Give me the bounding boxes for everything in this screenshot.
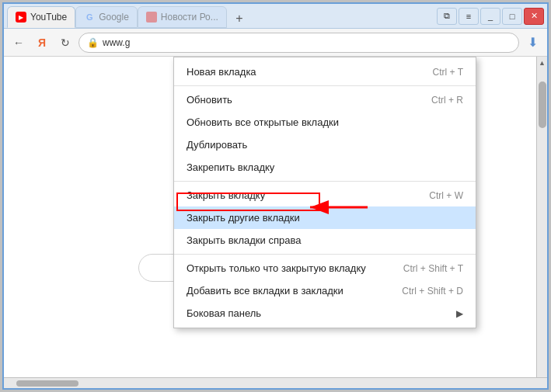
menu-item-add-bookmarks[interactable]: Добавить все вкладки в закладки Ctrl + S… xyxy=(174,279,476,302)
google-icon: G xyxy=(84,12,95,23)
menu-reopen-shortcut: Ctrl + Shift + T xyxy=(403,263,463,274)
menu-add-bookmarks-label: Добавить все вкладки в закладки xyxy=(187,285,378,297)
menu-pin-label: Закрепить вкладку xyxy=(187,161,463,173)
menu-close-tab-shortcut: Ctrl + W xyxy=(429,190,463,201)
main-area: Google ▲ Новая вкладка Ctrl + T Обновить… xyxy=(4,57,547,377)
menu-separator-2 xyxy=(174,181,476,182)
close-button[interactable]: ✕ xyxy=(524,8,544,25)
menu-item-refresh[interactable]: Обновить Ctrl + R xyxy=(174,88,476,111)
menu-close-tab-label: Закрыть вкладку xyxy=(187,189,406,201)
menu-new-tab-shortcut: Ctrl + T xyxy=(433,67,463,78)
back-button[interactable]: ← xyxy=(9,33,29,53)
menu-item-sidebar[interactable]: Боковая панель ▶ xyxy=(174,302,476,324)
restore-down-button[interactable]: ⧉ xyxy=(437,8,457,25)
yandex-button[interactable]: Я xyxy=(32,33,52,53)
title-bar: ▶ YouTube G Google Новости Ро... + ⧉ ≡ _… xyxy=(4,4,547,29)
menu-separator-3 xyxy=(174,254,476,255)
lock-icon: 🔒 xyxy=(87,37,99,48)
menu-refresh-label: Обновить xyxy=(187,94,408,106)
menu-item-refresh-all[interactable]: Обновить все открытые вкладки xyxy=(174,111,476,134)
menu-item-reopen[interactable]: Открыть только что закрытую вкладку Ctrl… xyxy=(174,257,476,279)
address-text: www.g xyxy=(103,37,130,48)
menu-sidebar-label: Боковая панель xyxy=(187,307,456,319)
refresh-button[interactable]: ↻ xyxy=(55,33,75,53)
scroll-up-arrow[interactable]: ▲ xyxy=(537,57,548,69)
window-controls: ⧉ ≡ _ □ ✕ xyxy=(437,8,544,25)
tab-news-label: Новости Ро... xyxy=(161,12,218,23)
browser-window: ▶ YouTube G Google Новости Ро... + ⧉ ≡ _… xyxy=(2,2,549,390)
tab-news[interactable]: Новости Ро... xyxy=(138,6,227,28)
tab-youtube-label: YouTube xyxy=(30,12,67,23)
tab-group: ▶ YouTube G Google Новости Ро... + xyxy=(7,4,434,28)
menu-reopen-label: Открыть только что закрытую вкладку xyxy=(187,262,380,274)
menu-item-pin[interactable]: Закрепить вкладку xyxy=(174,156,476,179)
download-button[interactable]: ⬇ xyxy=(522,33,542,53)
red-arrow xyxy=(307,198,369,219)
menu-item-duplicate[interactable]: Дублировать xyxy=(174,134,476,156)
new-tab-button[interactable]: + xyxy=(230,9,249,28)
menu-item-close-right[interactable]: Закрыть вкладки справа xyxy=(174,229,476,252)
address-bar[interactable]: 🔒 www.g xyxy=(78,33,519,53)
menu-separator-1 xyxy=(174,85,476,86)
menu-duplicate-label: Дублировать xyxy=(187,139,463,151)
youtube-icon: ▶ xyxy=(16,12,26,23)
tab-google-label: Google xyxy=(99,12,129,23)
menu-sidebar-arrow: ▶ xyxy=(456,308,463,319)
menu-close-right-label: Закрыть вкладки справа xyxy=(187,234,463,246)
tab-google[interactable]: G Google xyxy=(75,6,138,28)
maximize-button[interactable]: □ xyxy=(502,8,522,25)
bottom-scrollbar xyxy=(4,377,547,388)
context-menu: Новая вкладка Ctrl + T Обновить Ctrl + R… xyxy=(173,57,476,328)
scrollbar: ▲ xyxy=(536,57,547,377)
menu-item-new-tab[interactable]: Новая вкладка Ctrl + T xyxy=(174,61,476,83)
nav-bar: ← Я ↻ 🔒 www.g ⬇ xyxy=(4,29,547,57)
scroll-thumb[interactable] xyxy=(539,82,546,128)
tab-youtube[interactable]: ▶ YouTube xyxy=(7,6,75,28)
hamburger-button[interactable]: ≡ xyxy=(459,8,479,25)
menu-new-tab-label: Новая вкладка xyxy=(187,66,410,78)
minimize-button[interactable]: _ xyxy=(480,8,500,25)
news-icon xyxy=(146,12,157,23)
menu-refresh-shortcut: Ctrl + R xyxy=(431,95,463,106)
bottom-scroll-thumb[interactable] xyxy=(16,380,78,387)
menu-refresh-all-label: Обновить все открытые вкладки xyxy=(187,116,440,128)
menu-add-bookmarks-shortcut: Ctrl + Shift + D xyxy=(402,286,463,297)
